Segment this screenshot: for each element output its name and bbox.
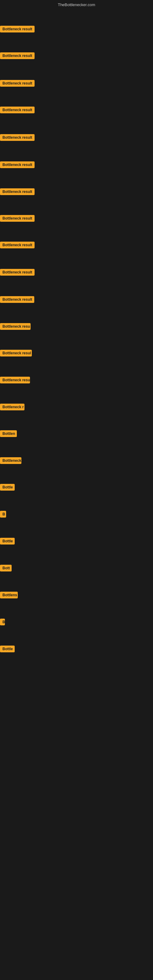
bottleneck-badge-15: Bottleneck r bbox=[0, 404, 24, 410]
bottleneck-item-23[interactable]: B bbox=[0, 619, 5, 627]
bottleneck-badge-4: Bottleneck result bbox=[0, 107, 35, 113]
bottleneck-badge-5: Bottleneck result bbox=[0, 134, 35, 141]
site-title: TheBottlenecker.com bbox=[58, 2, 95, 7]
bottleneck-item-2[interactable]: Bottleneck result bbox=[0, 52, 35, 60]
bottleneck-badge-8: Bottleneck result bbox=[0, 215, 35, 222]
bottleneck-item-15[interactable]: Bottleneck r bbox=[0, 404, 24, 412]
bottleneck-badge-21: Bott bbox=[0, 565, 12, 571]
bottleneck-badge-7: Bottleneck result bbox=[0, 188, 35, 195]
bottleneck-item-13[interactable]: Bottleneck resul bbox=[0, 350, 32, 358]
bottleneck-item-11[interactable]: Bottleneck result bbox=[0, 296, 34, 304]
bottleneck-item-8[interactable]: Bottleneck result bbox=[0, 215, 35, 223]
bottleneck-badge-16: Bottlen bbox=[0, 430, 17, 437]
bottleneck-item-12[interactable]: Bottleneck resu bbox=[0, 323, 30, 331]
bottleneck-item-3[interactable]: Bottleneck result bbox=[0, 80, 35, 88]
bottleneck-item-10[interactable]: Bottleneck result bbox=[0, 269, 35, 277]
bottleneck-item-17[interactable]: Bottleneck bbox=[0, 457, 21, 465]
bottleneck-badge-20: Bottle bbox=[0, 538, 15, 544]
bottleneck-item-4[interactable]: Bottleneck result bbox=[0, 107, 35, 115]
bottleneck-badge-12: Bottleneck resu bbox=[0, 323, 30, 330]
bottleneck-badge-10: Bottleneck result bbox=[0, 269, 35, 275]
bottleneck-badge-19: B bbox=[0, 511, 6, 517]
bottleneck-item-9[interactable]: Bottleneck result bbox=[0, 242, 35, 250]
bottleneck-badge-1: Bottleneck result bbox=[0, 26, 35, 32]
bottleneck-badge-13: Bottleneck resul bbox=[0, 350, 32, 356]
bottleneck-item-14[interactable]: Bottleneck resu bbox=[0, 377, 30, 385]
bottleneck-badge-24: Bottle bbox=[0, 646, 15, 652]
bottleneck-item-18[interactable]: Bottle bbox=[0, 484, 15, 492]
bottleneck-badge-18: Bottle bbox=[0, 484, 15, 491]
bottleneck-item-1[interactable]: Bottleneck result bbox=[0, 26, 35, 34]
site-header: TheBottlenecker.com bbox=[0, 0, 153, 8]
bottleneck-badge-2: Bottleneck result bbox=[0, 52, 35, 59]
bottleneck-item-24[interactable]: Bottle bbox=[0, 646, 15, 654]
bottleneck-badge-9: Bottleneck result bbox=[0, 242, 35, 248]
bottleneck-item-22[interactable]: Bottlens bbox=[0, 592, 18, 600]
bottleneck-item-16[interactable]: Bottlen bbox=[0, 430, 17, 438]
bottleneck-item-5[interactable]: Bottleneck result bbox=[0, 134, 35, 142]
bottleneck-item-20[interactable]: Bottle bbox=[0, 538, 15, 546]
bottleneck-item-6[interactable]: Bottleneck result bbox=[0, 161, 35, 169]
bottleneck-item-19[interactable]: B bbox=[0, 511, 6, 519]
bottleneck-badge-23: B bbox=[0, 619, 5, 625]
bottleneck-badge-17: Bottleneck bbox=[0, 457, 21, 464]
bottleneck-badge-6: Bottleneck result bbox=[0, 161, 35, 168]
bottleneck-item-21[interactable]: Bott bbox=[0, 565, 12, 573]
bottleneck-badge-3: Bottleneck result bbox=[0, 80, 35, 87]
bottleneck-badge-14: Bottleneck resu bbox=[0, 377, 30, 383]
bottleneck-item-7[interactable]: Bottleneck result bbox=[0, 188, 35, 196]
bottleneck-badge-11: Bottleneck result bbox=[0, 296, 34, 303]
bottleneck-badge-22: Bottlens bbox=[0, 592, 18, 598]
